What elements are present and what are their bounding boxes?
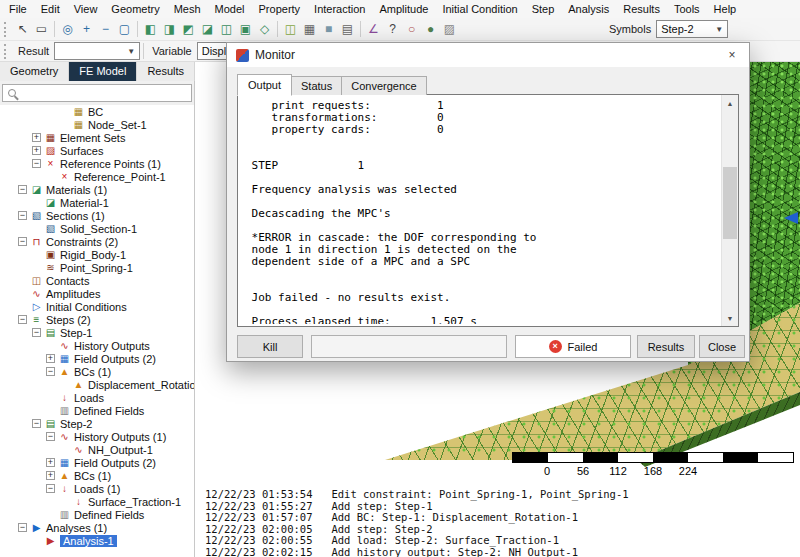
view-front-icon[interactable]: ◧ bbox=[141, 20, 160, 39]
output-scrollbar[interactable]: ▲ ▼ bbox=[721, 95, 738, 326]
tree-item-step-2[interactable]: −▤Step-2 bbox=[0, 417, 194, 430]
tree-item-reference-points-1[interactable]: −×Reference Points (1) bbox=[0, 157, 194, 170]
toolbar-drag-handle[interactable] bbox=[4, 44, 8, 59]
menu-item-interaction[interactable]: Interaction bbox=[307, 1, 372, 17]
view-back-icon[interactable]: ◨ bbox=[160, 20, 179, 39]
close-icon[interactable]: × bbox=[715, 43, 749, 67]
expand-icon[interactable]: + bbox=[46, 458, 55, 467]
search-box[interactable] bbox=[2, 84, 192, 102]
section-view-icon[interactable]: ◫ bbox=[281, 20, 300, 39]
menu-item-model[interactable]: Model bbox=[208, 1, 252, 17]
monitor-tab-convergence[interactable]: Convergence bbox=[341, 76, 426, 95]
edges-icon[interactable]: ▤ bbox=[338, 20, 357, 39]
results-button[interactable]: Results bbox=[637, 335, 695, 358]
menu-item-initial-condition[interactable]: Initial Condition bbox=[435, 1, 524, 17]
tree-item-displacement-rotation[interactable]: ▲Displacement_Rotation- bbox=[0, 378, 194, 391]
collapse-icon[interactable]: − bbox=[46, 484, 55, 493]
scrollbar-thumb[interactable] bbox=[723, 167, 737, 239]
view-iso-icon[interactable]: ◇ bbox=[255, 20, 274, 39]
collapse-icon[interactable]: − bbox=[18, 237, 27, 246]
tree-item-field-outputs-2[interactable]: +▦Field Outputs (2) bbox=[0, 352, 194, 365]
tree-item-bcs-1[interactable]: +▲BCs (1) bbox=[0, 469, 194, 482]
tree-item-element-sets[interactable]: +▦Element Sets bbox=[0, 131, 194, 144]
toolbar-drag-handle[interactable] bbox=[4, 22, 8, 37]
collapse-icon[interactable]: − bbox=[32, 419, 41, 428]
collapse-icon[interactable]: − bbox=[18, 315, 27, 324]
monitor-tab-output[interactable]: Output bbox=[237, 74, 292, 96]
tree-item-bc[interactable]: ▦BC bbox=[0, 105, 194, 118]
wireframe-icon[interactable]: ▦ bbox=[300, 20, 319, 39]
view-left-icon[interactable]: ◫ bbox=[217, 20, 236, 39]
tree-item-constraints-2[interactable]: −⊓Constraints (2) bbox=[0, 235, 194, 248]
tree-item-material-1[interactable]: ◪Material-1 bbox=[0, 196, 194, 209]
zoom-out-icon[interactable]: − bbox=[96, 20, 115, 39]
tree-item-nh-output-1[interactable]: ∿NH_Output-1 bbox=[0, 443, 194, 456]
collapse-icon[interactable]: − bbox=[46, 367, 55, 376]
tree-item-materials-1[interactable]: −◪Materials (1) bbox=[0, 183, 194, 196]
collapse-icon[interactable]: − bbox=[32, 159, 41, 168]
transparency-icon[interactable]: ▨ bbox=[440, 20, 459, 39]
search-input[interactable] bbox=[21, 87, 186, 99]
menu-item-tools[interactable]: Tools bbox=[667, 1, 707, 17]
view-bottom-icon[interactable]: ◪ bbox=[198, 20, 217, 39]
close-button[interactable]: Close bbox=[699, 335, 745, 358]
menu-item-mesh[interactable]: Mesh bbox=[167, 1, 208, 17]
tree-item-steps-2[interactable]: −≡Steps (2) bbox=[0, 313, 194, 326]
tree-item-field-outputs-2[interactable]: +▦Field Outputs (2) bbox=[0, 456, 194, 469]
menu-item-results[interactable]: Results bbox=[616, 1, 667, 17]
menu-item-view[interactable]: View bbox=[67, 1, 105, 17]
dialog-titlebar[interactable]: Monitor × bbox=[227, 43, 749, 67]
tree-item-solid-section-1[interactable]: ▧Solid_Section-1 bbox=[0, 222, 194, 235]
tree-item-history-outputs[interactable]: ∿History Outputs bbox=[0, 339, 194, 352]
tree-item-loads[interactable]: ↓Loads bbox=[0, 391, 194, 404]
hide-icon[interactable]: ○ bbox=[402, 20, 421, 39]
select-pointer-icon[interactable]: ↖ bbox=[13, 20, 32, 39]
tree-item-amplitudes[interactable]: ∿Amplitudes bbox=[0, 287, 194, 300]
scroll-up-icon[interactable]: ▲ bbox=[722, 95, 738, 111]
tab-fe-model[interactable]: FE Model bbox=[69, 62, 137, 81]
expand-icon[interactable]: + bbox=[46, 471, 55, 480]
tree-item-defined-fields[interactable]: ▥Defined Fields bbox=[0, 404, 194, 417]
menu-item-amplitude[interactable]: Amplitude bbox=[372, 1, 435, 17]
tree-item-reference-point-1[interactable]: ×Reference_Point-1 bbox=[0, 170, 194, 183]
monitor-tab-status[interactable]: Status bbox=[291, 76, 342, 95]
tree-item-defined-fields[interactable]: ▥Defined Fields bbox=[0, 508, 194, 521]
collapse-icon[interactable]: − bbox=[18, 211, 27, 220]
tree-item-surface-traction-1[interactable]: ↓Surface_Traction-1 bbox=[0, 495, 194, 508]
tree-item-initial-conditions[interactable]: ▷Initial Conditions bbox=[0, 300, 194, 313]
expand-icon[interactable]: + bbox=[32, 133, 41, 142]
menu-item-help[interactable]: Help bbox=[707, 1, 744, 17]
collapse-icon[interactable]: − bbox=[18, 185, 27, 194]
scroll-down-icon[interactable]: ▼ bbox=[722, 310, 738, 326]
tree-item-point-spring-1[interactable]: ≋Point_Spring-1 bbox=[0, 261, 194, 274]
tree-item-node-set-1[interactable]: ▦Node_Set-1 bbox=[0, 118, 194, 131]
tree-item-history-outputs-1[interactable]: −∿History Outputs (1) bbox=[0, 430, 194, 443]
zoom-in-icon[interactable]: + bbox=[77, 20, 96, 39]
select-box-icon[interactable]: ▭ bbox=[32, 20, 51, 39]
symbols-select[interactable]: Step-2 ▼ bbox=[656, 20, 728, 38]
menu-item-file[interactable]: File bbox=[2, 1, 34, 17]
tab-geometry[interactable]: Geometry bbox=[0, 62, 69, 81]
collapse-icon[interactable]: − bbox=[18, 523, 27, 532]
tree-item-rigid-body-1[interactable]: ▣Rigid_Body-1 bbox=[0, 248, 194, 261]
result-select[interactable]: ▼ bbox=[54, 42, 140, 60]
measure-icon[interactable]: ∠ bbox=[364, 20, 383, 39]
expand-icon[interactable]: + bbox=[46, 354, 55, 363]
tree-item-step-1[interactable]: −▤Step-1 bbox=[0, 326, 194, 339]
tree-item-analyses-1[interactable]: −▶Analyses (1) bbox=[0, 521, 194, 534]
view-right-icon[interactable]: ▣ bbox=[236, 20, 255, 39]
tree-item-surfaces[interactable]: +▨Surfaces bbox=[0, 144, 194, 157]
menu-item-analysis[interactable]: Analysis bbox=[561, 1, 616, 17]
query-icon[interactable]: ? bbox=[383, 20, 402, 39]
view-top-icon[interactable]: ◩ bbox=[179, 20, 198, 39]
show-icon[interactable]: ● bbox=[421, 20, 440, 39]
menu-item-step[interactable]: Step bbox=[525, 1, 562, 17]
tree-item-analysis-1[interactable]: ▶Analysis-1 bbox=[0, 534, 194, 547]
collapse-icon[interactable]: − bbox=[46, 432, 55, 441]
tree-item-contacts[interactable]: ◫Contacts bbox=[0, 274, 194, 287]
collapse-icon[interactable]: − bbox=[32, 328, 41, 337]
menu-item-edit[interactable]: Edit bbox=[34, 1, 67, 17]
kill-button[interactable]: Kill bbox=[237, 335, 303, 358]
tab-results[interactable]: Results bbox=[137, 62, 195, 81]
menu-item-geometry[interactable]: Geometry bbox=[104, 1, 166, 17]
